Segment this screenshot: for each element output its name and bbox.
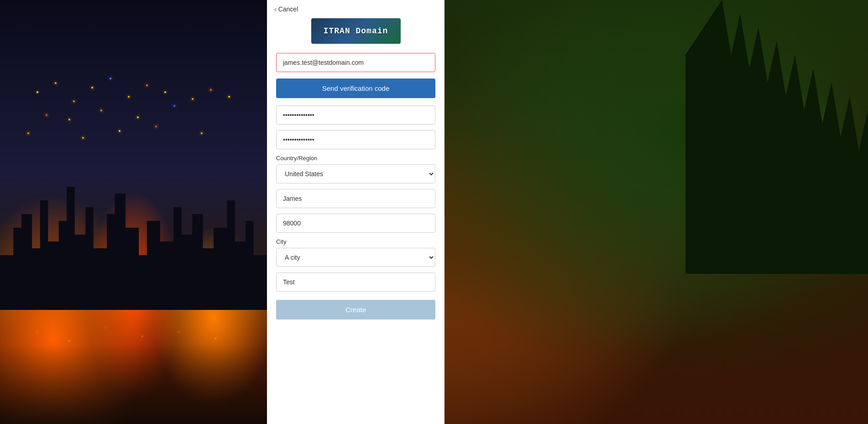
chevron-left-icon: ‹ xyxy=(274,5,277,13)
last-name-field[interactable] xyxy=(276,272,435,292)
create-button[interactable]: Create xyxy=(276,300,435,319)
first-name-field[interactable] xyxy=(276,189,435,208)
registration-panel: ‹ Cancel ITRAN Domain Send verification … xyxy=(267,0,444,424)
registration-form: Send verification code Country/Region Un… xyxy=(267,53,444,319)
logo-text: ITRAN Domain xyxy=(324,26,388,36)
email-field[interactable] xyxy=(276,53,435,72)
cancel-button[interactable]: ‹ Cancel xyxy=(267,0,444,18)
send-verification-button[interactable]: Send verification code xyxy=(276,79,435,98)
city-reflection xyxy=(0,310,267,424)
logo: ITRAN Domain xyxy=(311,18,401,44)
password-field[interactable] xyxy=(276,105,435,125)
city-select[interactable]: A city Seattle New York Los Angeles Chic… xyxy=(276,248,435,267)
country-select[interactable]: United States Canada United Kingdom Aust… xyxy=(276,164,435,183)
city-label: City xyxy=(276,238,435,245)
zip-field[interactable] xyxy=(276,214,435,233)
cancel-label: Cancel xyxy=(278,5,298,13)
background-left xyxy=(0,0,267,424)
country-label: Country/Region xyxy=(276,155,435,162)
confirm-password-field[interactable] xyxy=(276,130,435,149)
